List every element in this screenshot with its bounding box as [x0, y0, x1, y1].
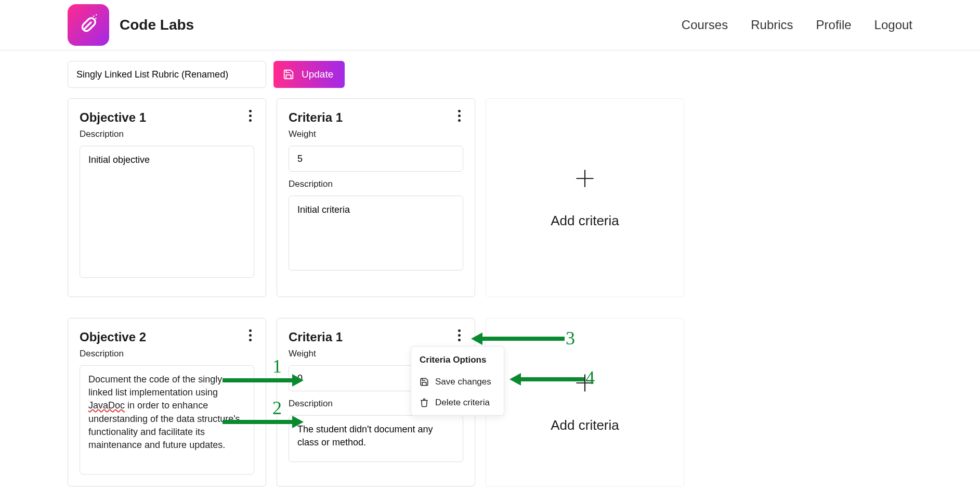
row-1: Objective 1 Description Criteria 1 Weigh…: [68, 98, 912, 297]
objective-2-desc-input[interactable]: Document the code of the singly linked l…: [80, 365, 254, 475]
rubric-toolbar: Update: [68, 61, 912, 88]
objective-card-1: Objective 1 Description: [68, 98, 266, 297]
criteria-2-1-more-icon[interactable]: [453, 328, 465, 342]
nav-logout[interactable]: Logout: [874, 18, 912, 32]
app-name: Code Labs: [120, 17, 194, 33]
nav-courses[interactable]: Courses: [682, 18, 728, 32]
plus-icon: [573, 371, 596, 399]
objective-2-desc-label: Description: [80, 349, 254, 359]
add-criteria-label: Add criteria: [551, 213, 619, 229]
criteria-1-1-weight-label: Weight: [289, 129, 463, 139]
criteria-2-1-title: Criteria 1: [289, 330, 463, 344]
criteria-1-1-title: Criteria 1: [289, 110, 463, 125]
nav-rubrics[interactable]: Rubrics: [751, 18, 793, 32]
svg-point-3: [96, 14, 97, 16]
plus-icon: [573, 167, 596, 194]
save-icon: [420, 377, 429, 387]
criteria-1-1-more-icon[interactable]: [453, 108, 465, 123]
add-criteria-row1[interactable]: Add criteria: [486, 98, 684, 297]
trash-icon: [420, 398, 429, 407]
objective-card-2: Objective 2 Description Document the cod…: [68, 318, 266, 486]
main-nav: Courses Rubrics Profile Logout: [682, 18, 912, 32]
nav-profile[interactable]: Profile: [816, 18, 852, 32]
criteria-1-1-desc-input[interactable]: [289, 196, 463, 271]
add-criteria-row2[interactable]: Add criteria: [486, 318, 684, 486]
objective-2-desc-prefix: Document the code of the singly linked l…: [88, 374, 222, 398]
svg-line-1: [85, 22, 91, 29]
update-button[interactable]: Update: [273, 61, 345, 88]
criteria-1-1-weight-input[interactable]: [289, 146, 463, 172]
objective-1-title: Objective 1: [80, 110, 254, 125]
popover-save-changes[interactable]: Save changes: [411, 371, 504, 392]
popover-title: Criteria Options: [411, 352, 504, 371]
popover-delete-label: Delete criteria: [435, 398, 490, 408]
app-logo: [68, 4, 109, 46]
add-criteria-label: Add criteria: [551, 417, 619, 433]
objective-1-desc-label: Description: [80, 129, 254, 139]
svg-point-4: [95, 18, 97, 19]
flask-icon: [74, 11, 102, 39]
criteria-2-1-desc-input[interactable]: [289, 415, 463, 462]
objective-2-more-icon[interactable]: [244, 328, 256, 342]
rubric-name-input[interactable]: [68, 61, 266, 88]
save-icon: [283, 69, 294, 80]
objective-2-title: Objective 2: [80, 330, 254, 344]
criteria-1-1-desc-label: Description: [289, 179, 463, 189]
criteria-card-1-1: Criteria 1 Weight Description: [277, 98, 475, 297]
update-button-label: Update: [302, 69, 333, 80]
app-header: Code Labs Courses Rubrics Profile Logout: [0, 0, 980, 50]
content: Update Objective 1 Description Criteria …: [0, 50, 980, 487]
row-2: Objective 2 Description Document the cod…: [68, 318, 912, 486]
objective-1-desc-input[interactable]: [80, 146, 254, 278]
objective-2-javadoc: JavaDoc: [88, 400, 125, 411]
objective-1-more-icon[interactable]: [244, 108, 256, 123]
brand: Code Labs: [68, 4, 194, 46]
svg-point-2: [93, 16, 95, 17]
criteria-options-popover: Criteria Options Save changes Delete cri…: [411, 346, 504, 416]
popover-save-label: Save changes: [435, 377, 491, 387]
popover-delete-criteria[interactable]: Delete criteria: [411, 392, 504, 413]
